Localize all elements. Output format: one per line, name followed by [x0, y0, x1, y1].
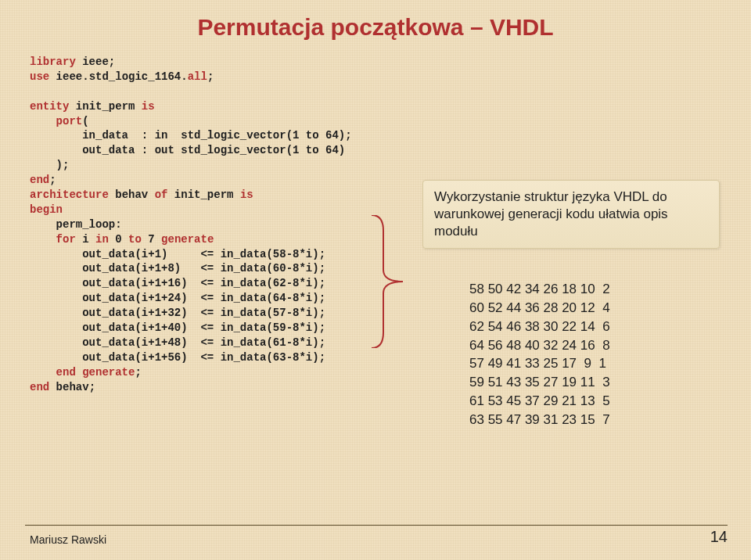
- matrix-row: 62 54 46 38 30 22 14 6: [469, 318, 720, 336]
- matrix-row: 64 56 48 40 32 24 16 8: [469, 336, 720, 355]
- matrix-row: 58 50 42 34 26 18 10 2: [469, 280, 720, 299]
- bracket-icon: [368, 215, 411, 348]
- footer-divider: [25, 525, 728, 526]
- permutation-matrix: 58 50 42 34 26 18 10 2 60 52 44 36 28 20…: [469, 280, 720, 429]
- vhdl-code-block: library ieee; use ieee.std_logic_1164.al…: [30, 55, 397, 394]
- slide-title: Permutacja początkowa – VHDL: [0, 14, 751, 41]
- matrix-row: 59 51 43 35 27 19 11 3: [469, 373, 720, 392]
- matrix-row: 57 49 41 33 25 17 9 1: [469, 354, 720, 373]
- matrix-row: 63 55 47 39 31 23 15 7: [469, 411, 720, 429]
- description-box: Wykorzystanie struktur języka VHDL do wa…: [422, 180, 720, 249]
- right-panel: Wykorzystanie struktur języka VHDL do wa…: [422, 180, 720, 429]
- matrix-row: 60 52 44 36 28 20 12 4: [469, 299, 720, 318]
- footer-page-number: 14: [710, 528, 728, 546]
- footer-author: Mariusz Rawski: [30, 533, 106, 546]
- matrix-row: 61 53 45 37 29 21 13 5: [469, 392, 720, 411]
